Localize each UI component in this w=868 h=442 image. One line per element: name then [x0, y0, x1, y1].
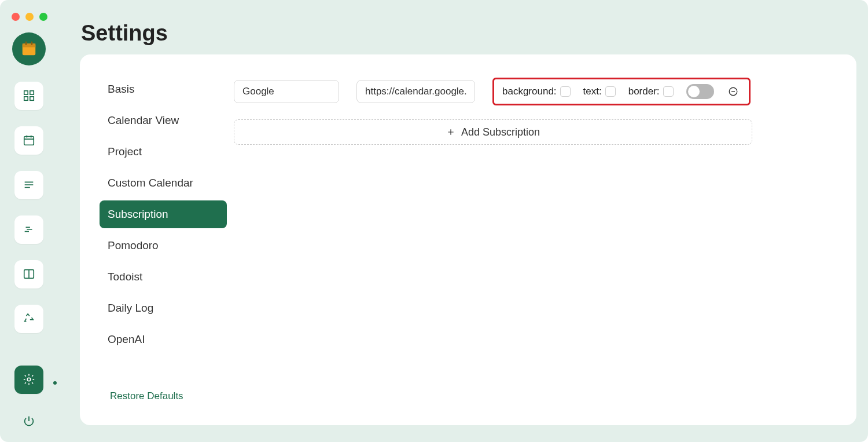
power-icon — [23, 415, 35, 428]
subscription-toggle[interactable] — [686, 84, 714, 99]
settings-nav-calendar-view[interactable]: Calendar View — [100, 107, 227, 134]
gantt-icon — [23, 223, 35, 236]
minus-circle-icon — [728, 86, 738, 97]
sidebar-nav-gantt[interactable] — [14, 215, 43, 244]
border-color-field[interactable]: border: — [628, 86, 674, 97]
app-logo[interactable] — [12, 32, 46, 65]
background-swatch[interactable] — [560, 86, 571, 97]
settings-panel: Basis Calendar View Project Custom Calen… — [80, 54, 856, 425]
text-swatch[interactable] — [605, 86, 616, 97]
settings-nav-subscription[interactable]: Subscription — [100, 200, 227, 228]
svg-rect-1 — [23, 44, 36, 48]
svg-rect-2 — [25, 42, 27, 45]
svg-point-10 — [27, 378, 31, 382]
gear-icon — [23, 373, 35, 386]
page-title: Settings — [81, 21, 168, 46]
svg-rect-7 — [30, 97, 34, 100]
subscription-row: background: text: border: — [234, 78, 833, 105]
sidebar — [0, 0, 58, 442]
settings-nav-custom-calendar[interactable]: Custom Calendar — [100, 169, 227, 197]
subscription-style-group: background: text: border: — [492, 78, 751, 105]
add-subscription-label: Add Subscription — [461, 126, 540, 138]
svg-rect-6 — [24, 97, 28, 100]
background-color-field[interactable]: background: — [502, 86, 571, 97]
remove-subscription-button[interactable] — [727, 85, 740, 98]
settings-content: background: text: border: — [234, 78, 833, 145]
active-indicator-dot — [53, 381, 57, 385]
add-subscription-button[interactable]: Add Subscription — [234, 119, 752, 145]
subscription-url-input[interactable] — [356, 80, 475, 103]
split-icon — [23, 268, 35, 280]
settings-nav: Basis Calendar View Project Custom Calen… — [100, 75, 227, 357]
sidebar-nav-split[interactable] — [14, 260, 43, 288]
svg-rect-8 — [24, 137, 34, 145]
text-color-field[interactable]: text: — [583, 86, 616, 97]
sidebar-nav-list[interactable] — [14, 171, 43, 199]
svg-rect-3 — [31, 42, 33, 45]
settings-nav-todoist[interactable]: Todoist — [100, 263, 227, 291]
settings-nav-basis[interactable]: Basis — [100, 75, 227, 103]
border-swatch[interactable] — [663, 86, 674, 97]
recycle-icon — [23, 312, 35, 325]
settings-nav-project[interactable]: Project — [100, 138, 227, 166]
background-label: background: — [502, 86, 557, 97]
settings-nav-pomodoro[interactable]: Pomodoro — [100, 232, 227, 260]
calendar-app-icon — [20, 40, 38, 57]
sidebar-nav-dashboard[interactable] — [14, 82, 43, 110]
sidebar-nav-settings[interactable] — [14, 366, 43, 394]
calendar-icon — [23, 134, 35, 147]
subscription-name-input[interactable] — [234, 80, 339, 103]
restore-defaults-link[interactable]: Restore Defaults — [110, 390, 183, 402]
list-icon — [23, 178, 35, 191]
settings-nav-daily-log[interactable]: Daily Log — [100, 294, 227, 322]
sidebar-power[interactable] — [17, 410, 41, 433]
svg-rect-4 — [24, 91, 28, 94]
text-label: text: — [583, 86, 602, 97]
settings-nav-openai[interactable]: OpenAI — [100, 326, 227, 353]
svg-rect-5 — [30, 91, 34, 94]
plus-icon — [446, 127, 455, 137]
border-label: border: — [628, 86, 660, 97]
sidebar-nav-recycle[interactable] — [14, 305, 43, 333]
dashboard-icon — [23, 89, 35, 102]
app-window: Settings Basis Calendar View Project Cus… — [0, 0, 868, 442]
sidebar-nav-calendar[interactable] — [14, 126, 43, 155]
